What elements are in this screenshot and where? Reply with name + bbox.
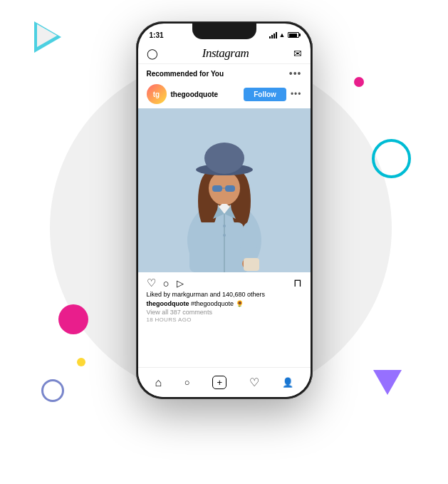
svg-point-18 — [223, 225, 226, 227]
deco-pink-dot2-icon — [58, 304, 88, 334]
phone-notch — [192, 24, 256, 39]
svg-point-19 — [223, 234, 226, 237]
caption-username[interactable]: thegoodquote — [147, 300, 189, 307]
comment-icon[interactable]: ○ — [163, 277, 170, 289]
send-icon[interactable]: ✉ — [293, 48, 302, 59]
caption-row: thegoodquote #thegoodquote 🌻 — [138, 300, 311, 309]
phone-outer: 1:31 ▲ ◯ Ins — [136, 21, 313, 399]
deco-yellow-dot-icon — [77, 358, 85, 366]
account-username[interactable]: thegoodquote — [171, 91, 240, 98]
deco-triangle-inner — [37, 24, 57, 47]
status-icons: ▲ — [269, 31, 299, 38]
share-icon[interactable]: ▷ — [177, 278, 184, 289]
follow-button[interactable]: Follow — [244, 88, 286, 101]
likes-text: Liked by markgurman and 140,680 others — [147, 291, 266, 298]
like-icon[interactable]: ♡ — [147, 277, 156, 289]
wifi-icon: ▲ — [279, 31, 286, 38]
phone-screen: 1:31 ▲ ◯ Ins — [138, 24, 311, 397]
deco-blue-circle-icon — [41, 379, 64, 402]
nav-profile-icon[interactable]: 👤 — [282, 377, 293, 388]
signal-icon — [269, 32, 277, 38]
svg-rect-10 — [212, 185, 222, 192]
nav-search-icon[interactable]: ○ — [184, 377, 190, 388]
avatar: tg — [147, 84, 167, 104]
svg-point-9 — [204, 143, 244, 174]
phone-mockup: 1:31 ▲ ◯ Ins — [136, 21, 313, 399]
timestamp-text: 18 HOURS AGO — [147, 316, 192, 323]
svg-rect-22 — [244, 258, 259, 271]
recommended-bar: Recommended for You ••• — [138, 64, 311, 81]
nav-heart-icon[interactable]: ♡ — [249, 376, 259, 389]
account-more-icon[interactable]: ••• — [291, 90, 302, 98]
caption-hashtags: #thegoodquote 🌻 — [191, 300, 244, 307]
nav-home-icon[interactable]: ⌂ — [155, 376, 162, 389]
deco-teal-circle-icon — [372, 139, 411, 178]
view-comments[interactable]: View all 387 comments — [138, 309, 311, 316]
instagram-logo: Instagram — [202, 46, 249, 61]
svg-rect-11 — [225, 185, 235, 192]
recommended-more-icon[interactable]: ••• — [289, 68, 302, 78]
bookmark-icon[interactable]: ⊓ — [293, 277, 302, 289]
deco-pink-dot-icon — [354, 77, 364, 87]
svg-rect-14 — [189, 222, 244, 272]
post-photo — [138, 108, 311, 272]
instagram-header: ◯ Instagram ✉ — [138, 43, 311, 64]
camera-icon[interactable]: ◯ — [147, 48, 158, 59]
action-icons-left: ♡ ○ ▷ — [147, 277, 184, 289]
likes-row: Liked by markgurman and 140,680 others — [138, 291, 311, 300]
comments-text: View all 387 comments — [147, 309, 212, 316]
bottom-nav: ⌂ ○ + ♡ 👤 — [138, 367, 311, 397]
status-time: 1:31 — [150, 31, 164, 39]
recommended-label: Recommended for You — [147, 70, 224, 78]
deco-purple-triangle-icon — [373, 370, 402, 395]
post-image — [138, 108, 311, 272]
avatar-image: tg — [147, 84, 167, 104]
timestamp-row: 18 HOURS AGO — [138, 316, 311, 326]
account-row: tg thegoodquote Follow ••• — [138, 81, 311, 108]
post-actions: ♡ ○ ▷ ⊓ — [138, 272, 311, 291]
battery-icon — [288, 32, 299, 38]
nav-add-icon[interactable]: + — [212, 376, 226, 389]
